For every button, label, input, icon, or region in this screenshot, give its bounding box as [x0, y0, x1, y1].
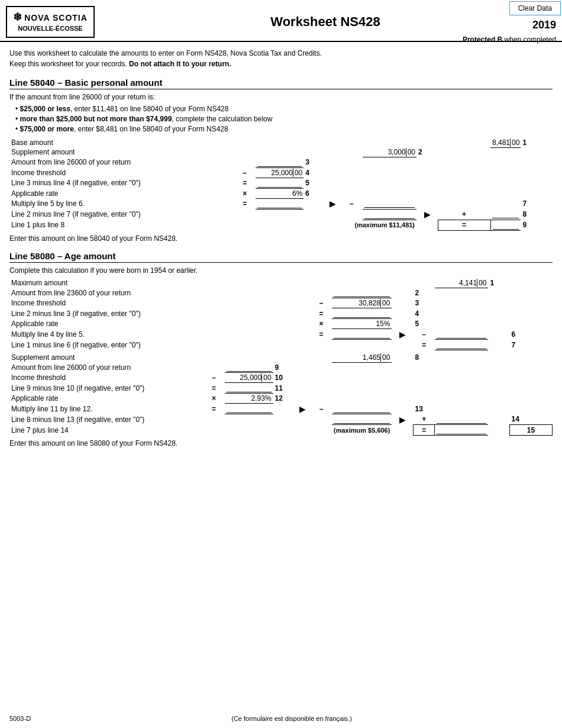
s2-line14-right-input[interactable]	[437, 415, 487, 424]
year-label: 2019	[532, 19, 556, 31]
table-row: Income threshold – 25,00000 10	[9, 373, 553, 383]
s2-line14-calc-input[interactable]	[334, 415, 390, 424]
table-row: Maximum amount 4,14100 1	[9, 278, 553, 288]
section1-subtext: If the amount from line 26000 of your re…	[9, 93, 553, 101]
line7-calc-input[interactable]	[257, 199, 302, 208]
table-row: Amount from line 26000 of your return 3	[9, 157, 553, 168]
table-row: Base amount 8,48100 1	[9, 138, 553, 148]
section2-title: Line 58080 – Age amount	[9, 251, 553, 263]
table-row: Amount from line 26000 of your return 9	[9, 362, 553, 373]
line7-right-input[interactable]	[364, 199, 415, 208]
line9-input[interactable]	[493, 221, 519, 230]
s2-line13-calc-input[interactable]	[227, 404, 272, 413]
table-row: Multiply line 5 by line 6. = ▶ – 7	[9, 198, 553, 209]
form-number: 5003-D	[9, 715, 31, 722]
table-row: Line 1 minus line 6 (if negative, enter …	[9, 340, 553, 350]
table-row: Line 2 minus line 3 (if negative, enter …	[9, 308, 553, 319]
table-row: Amount from line 23600 of your return 2	[9, 288, 553, 298]
page-footer: 5003-D (Ce formulaire est disponible en …	[9, 715, 553, 722]
table-row: Supplement amount 3,00000 2	[9, 147, 553, 157]
line8-calc-input[interactable]	[364, 210, 415, 219]
section1-calc-table: Base amount 8,48100 1 Supplement amount …	[9, 138, 553, 231]
logo-nouvelle: NOUVELLE-ÉCOSSE	[13, 24, 88, 33]
clear-data-button[interactable]: Clear Data	[509, 1, 561, 15]
section2-subtext: Complete this calculation if you were bo…	[9, 266, 553, 275]
s2-line7-input[interactable]	[437, 340, 487, 349]
snowflake-icon: ❄	[13, 11, 22, 24]
s2-line23600-input[interactable]	[334, 288, 390, 297]
worksheet-title: Worksheet NS428	[95, 14, 556, 30]
table-row: Line 1 plus line 8 (maximum $11,481) = 9	[9, 220, 553, 230]
s2-line11-input[interactable]	[227, 384, 272, 392]
line8-right-input[interactable]	[492, 210, 519, 218]
line26000-input[interactable]	[257, 158, 302, 167]
table-row: Applicable rate × 6% 6	[9, 188, 553, 198]
table-row: Line 9 minus line 10 (if negative, enter…	[9, 383, 553, 394]
s2-line13-right-input[interactable]	[334, 404, 390, 413]
s2-line6-right-input[interactable]	[437, 330, 487, 339]
s2-line26000-input[interactable]	[227, 363, 272, 372]
logo-box: ❄ NOVA SCOTIA NOUVELLE-ÉCOSSE	[6, 6, 95, 38]
table-row: Applicable rate × 15% 5	[9, 319, 553, 329]
s2-line15-input[interactable]	[437, 426, 486, 434]
intro-text: Use this worksheet to calculate the amou…	[9, 48, 553, 69]
logo-nova: NOVA SCOTIA	[24, 12, 88, 23]
section1-bullets: $25,000 or less, enter $11,481 on line 5…	[15, 105, 553, 133]
protected-label: Protected B when completed	[463, 36, 556, 44]
line5-input[interactable]	[257, 179, 302, 188]
section1-title: Line 58040 – Basic personal amount	[9, 78, 553, 89]
table-row: Line 2 minus line 7 (if negative, enter …	[9, 209, 553, 220]
s2-line4-input[interactable]	[334, 309, 390, 318]
table-row: Multiply line 11 by line 12. = ▶ – 13	[9, 404, 553, 414]
row-label: Base amount	[9, 138, 234, 148]
table-row: Supplement amount 1,46500 8	[9, 353, 553, 363]
section2-footer: Enter this amount on line 58080 of your …	[9, 439, 553, 447]
table-row: Applicable rate × 2.93% 12	[9, 394, 553, 404]
table-row: Income threshold – 25,00000 4	[9, 167, 553, 178]
main-content: Use this worksheet to calculate the amou…	[0, 42, 562, 460]
section2-calc-table: Maximum amount 4,14100 1 Amount from lin…	[9, 278, 553, 436]
table-row: Multiply line 4 by line 5. = ▶ – 6	[9, 329, 553, 340]
table-row: Line 7 plus line 14 (maximum $5,606) = 1…	[9, 425, 553, 436]
table-row: Line 8 minus line 13 (if negative, enter…	[9, 414, 553, 425]
table-row: Line 3 minus line 4 (if negative, enter …	[9, 178, 553, 188]
french-note: (Ce formulaire est disponible en françai…	[231, 715, 352, 722]
table-row: Income threshold – 30,82800 3	[9, 298, 553, 308]
s2-line6-calc-input[interactable]	[334, 330, 390, 339]
section1-footer: Enter this amount on line 58040 of your …	[9, 234, 553, 243]
